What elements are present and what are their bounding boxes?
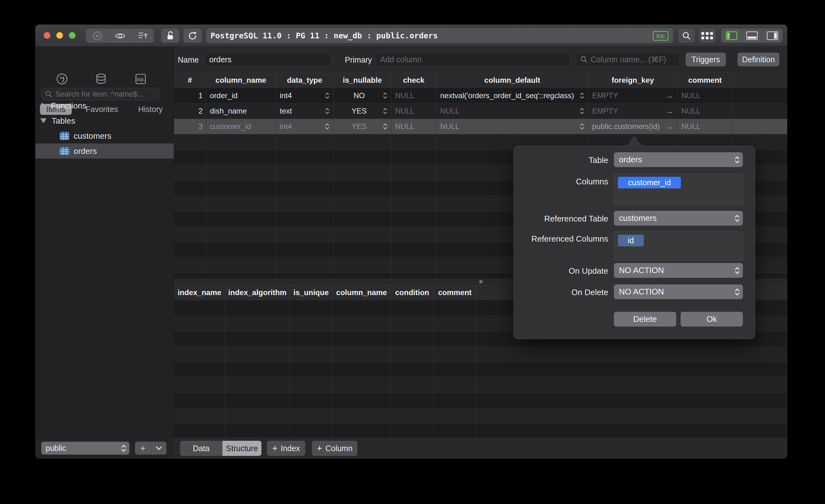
refresh-button[interactable]: [183, 28, 202, 43]
col-header-is-nullable[interactable]: is_nullable: [333, 73, 391, 88]
minimize-window-button[interactable]: [56, 32, 63, 39]
empty-table-row[interactable]: [174, 408, 787, 424]
col-header-check[interactable]: check: [391, 73, 436, 88]
empty-table-row[interactable]: [174, 347, 787, 362]
cell-check[interactable]: NULL: [391, 88, 436, 103]
col-header-comment[interactable]: comment: [677, 73, 733, 88]
add-item-menu-button[interactable]: [151, 442, 166, 455]
col-header-data-type[interactable]: data_type: [276, 73, 333, 88]
cell-check[interactable]: NULL: [391, 103, 436, 119]
cell-column-default[interactable]: nextval('orders_order_id_seq'::regclass): [436, 88, 588, 103]
toggle-right-panel-button[interactable]: [762, 28, 782, 43]
search-button[interactable]: [678, 28, 695, 43]
open-items-grid-button[interactable]: [699, 28, 716, 43]
disconnect-button[interactable]: [86, 28, 108, 43]
cell-comment[interactable]: NULL: [677, 119, 733, 134]
cell-is-nullable[interactable]: YES: [333, 119, 391, 134]
column-search-field[interactable]: [576, 53, 680, 66]
primary-key-input[interactable]: [380, 55, 566, 64]
splitter-handle-icon[interactable]: [479, 280, 483, 283]
col-header-condition[interactable]: condition: [391, 285, 434, 300]
delete-button[interactable]: Delete: [614, 312, 676, 327]
table-name-input[interactable]: [209, 55, 327, 64]
column-search-input[interactable]: [591, 55, 676, 64]
stepper-icon[interactable]: [325, 91, 329, 100]
connection-title-field[interactable]: PostgreSQL 11.0 : PG 11 : new_db : publi…: [206, 28, 673, 43]
chevron-down-icon[interactable]: [40, 118, 47, 123]
tab-structure[interactable]: Structure: [222, 441, 261, 456]
stepper-icon[interactable]: [580, 107, 584, 115]
cell-foreign-key[interactable]: EMPTY→: [588, 88, 677, 103]
close-window-button[interactable]: [44, 32, 50, 39]
stepper-icon[interactable]: [325, 107, 329, 115]
cell-data-type[interactable]: int4: [276, 88, 333, 103]
add-index-button[interactable]: +Index: [267, 441, 305, 456]
toggle-bottom-panel-button[interactable]: [742, 28, 762, 43]
cell-is-nullable[interactable]: NO: [333, 88, 391, 103]
cell-data-type[interactable]: text: [276, 103, 333, 119]
referenced-table-select[interactable]: customers: [614, 211, 743, 226]
table-row-selected[interactable]: 3 customer_id int4 YES NULL NULL public.…: [174, 119, 787, 134]
primary-key-field[interactable]: [376, 53, 570, 66]
referenced-column-chip[interactable]: id: [618, 235, 644, 246]
cell-check[interactable]: NULL: [391, 119, 436, 134]
chevron-right-icon[interactable]: [42, 102, 47, 109]
cell-comment[interactable]: NULL: [677, 103, 733, 119]
on-delete-select[interactable]: NO ACTION: [614, 284, 743, 299]
col-header-column-name[interactable]: column_name: [206, 73, 276, 88]
stepper-icon[interactable]: [383, 122, 387, 131]
col-header-column-default[interactable]: column_default: [436, 73, 588, 88]
referenced-columns-list[interactable]: id: [614, 231, 743, 261]
sql-tab-button[interactable]: SQL: [134, 73, 147, 86]
col-header-column-name[interactable]: column_name: [332, 285, 391, 300]
cell-column-name[interactable]: dish_name: [206, 103, 276, 119]
cell-data-type[interactable]: int4: [276, 119, 333, 134]
cell-foreign-key[interactable]: public.customers(id)→: [588, 119, 677, 134]
col-header-foreign-key[interactable]: foreign_key: [588, 73, 677, 88]
tree-tables[interactable]: Tables: [35, 113, 174, 128]
zoom-window-button[interactable]: [69, 32, 76, 39]
tree-table-customers[interactable]: customers: [35, 128, 174, 143]
toggle-left-panel-button[interactable]: [721, 28, 742, 43]
column-chip[interactable]: customer_id: [618, 177, 681, 189]
col-header-num[interactable]: #: [174, 73, 206, 88]
lock-button[interactable]: [161, 28, 179, 43]
stepper-icon[interactable]: [383, 107, 387, 115]
empty-table-row[interactable]: [174, 377, 787, 393]
stepper-icon[interactable]: [383, 91, 387, 100]
add-item-button[interactable]: +: [135, 442, 151, 455]
col-header-comment[interactable]: comment: [434, 285, 476, 300]
cell-column-name[interactable]: order_id: [206, 88, 276, 103]
tree-table-orders[interactable]: orders: [35, 143, 174, 158]
database-tab-button[interactable]: [95, 73, 107, 86]
table-row[interactable]: 1 order_id int4 NO NULL nextval('orders_…: [174, 88, 787, 103]
add-column-button[interactable]: +Column: [312, 441, 358, 456]
col-header-index-name[interactable]: index_name: [174, 285, 225, 300]
preview-button[interactable]: [108, 28, 131, 43]
cell-foreign-key[interactable]: EMPTY→: [588, 103, 677, 119]
cell-comment[interactable]: NULL: [677, 88, 733, 103]
triggers-button[interactable]: Triggers: [686, 53, 726, 66]
schema-select[interactable]: public: [41, 442, 129, 455]
definition-button[interactable]: Definition: [738, 53, 779, 66]
ok-button[interactable]: Ok: [681, 312, 743, 327]
empty-table-row[interactable]: [174, 393, 787, 408]
on-update-select[interactable]: NO ACTION: [614, 263, 743, 278]
stepper-icon[interactable]: [325, 122, 329, 131]
run-queries-button[interactable]: [131, 28, 154, 43]
empty-table-row[interactable]: [174, 362, 787, 377]
stepper-icon[interactable]: [580, 91, 584, 100]
col-header-index-algorithm[interactable]: index_algorithm: [225, 285, 290, 300]
table-row[interactable]: 2 dish_name text YES NULL NULL EMPTY→ NU…: [174, 103, 787, 119]
cell-column-name[interactable]: customer_id: [206, 119, 276, 134]
cell-is-nullable[interactable]: YES: [333, 103, 391, 119]
sidebar-search-input[interactable]: [55, 90, 157, 98]
tree-functions[interactable]: Functions: [35, 98, 174, 113]
col-header-is-unique[interactable]: is_unique: [290, 285, 332, 300]
cell-column-default[interactable]: NULL: [436, 119, 588, 134]
columns-list[interactable]: customer_id: [614, 174, 743, 205]
table-select[interactable]: orders: [614, 152, 743, 167]
empty-table-row[interactable]: [174, 424, 787, 437]
tab-data[interactable]: Data: [180, 441, 222, 456]
stepper-icon[interactable]: [580, 122, 584, 131]
